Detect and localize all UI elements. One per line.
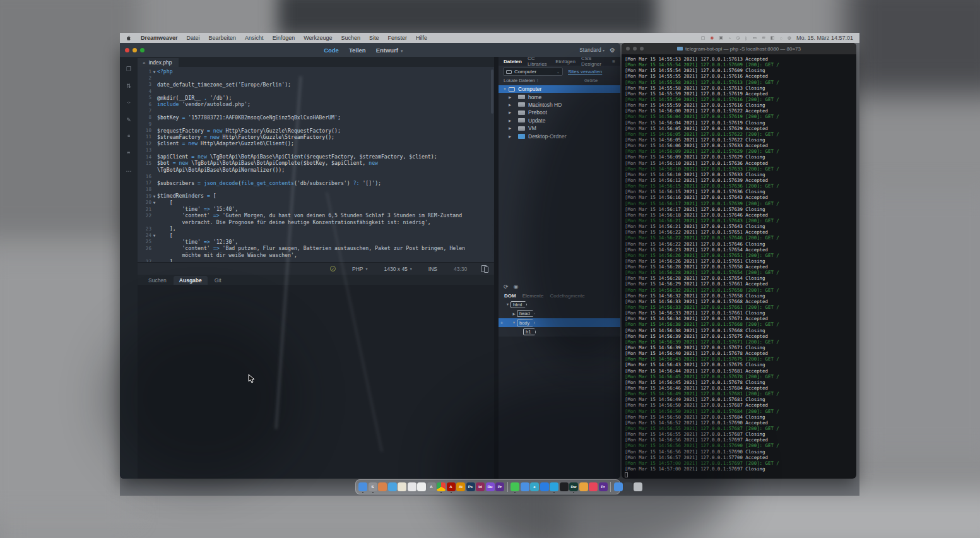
code-line-4[interactable]: 4 <box>138 88 494 94</box>
dock-icon-downloads[interactable] <box>614 482 623 491</box>
format-icon[interactable]: ✎ <box>126 117 131 123</box>
window-size-select[interactable]: 1430 x 45▾ <box>384 266 412 272</box>
bottom-tab-git[interactable]: Git <box>209 276 227 285</box>
code-line-6[interactable]: 6include 'vendor/autoload.php'; <box>138 101 494 107</box>
battery-icon[interactable]: ▭ <box>753 35 757 40</box>
code-line-17[interactable]: 17$subscribers = json_decode(file_get_co… <box>138 179 494 186</box>
camera-icon[interactable]: ▣ <box>719 35 723 40</box>
code-line-19[interactable]: 19▼$timedReminders = [ <box>138 193 494 199</box>
validate-icon[interactable]: ⁘ <box>126 100 131 106</box>
dock-icon-folder-apps[interactable] <box>579 482 588 491</box>
file-tree-item-vm[interactable]: ▶VM <box>499 124 620 132</box>
code-line-18[interactable]: 18 <box>138 186 494 193</box>
wifi-icon[interactable]: ≋ <box>762 35 765 40</box>
dock-icon-trash[interactable] <box>634 482 642 491</box>
bottom-tab-suchen[interactable]: Suchen <box>143 276 172 285</box>
timemachine-icon[interactable]: ◷ <box>736 35 740 40</box>
menu-item-einfügen[interactable]: Einfügen <box>273 35 295 41</box>
code-line-10[interactable]: 10$requestFactory = new Http\Factory\Guz… <box>138 127 494 133</box>
record-icon[interactable]: ◉ <box>710 35 714 40</box>
dom-node-html[interactable]: ▼html <box>499 300 620 309</box>
file-tree-item-home[interactable]: ▶home <box>499 93 620 100</box>
code-editor[interactable]: 1▼<?php23date_default_timezone_set('Euro… <box>138 67 494 262</box>
menu-item-bearbeiten[interactable]: Bearbeiten <box>209 35 237 41</box>
menu-item-ansicht[interactable]: Ansicht <box>245 35 264 41</box>
fold-marker-icon[interactable]: ▼ <box>151 200 157 205</box>
device-preview-icon[interactable] <box>481 265 487 272</box>
dock-icon-indesign[interactable]: Id <box>476 482 485 491</box>
display-icon[interactable]: ▢ <box>701 35 705 40</box>
code-line-2[interactable]: 2 <box>138 75 494 81</box>
manage-sites-link[interactable]: Sites verwalten <box>568 69 602 75</box>
fold-marker-icon[interactable]: ▼ <box>151 69 157 74</box>
code-line-27[interactable]: 27 ], <box>138 258 494 262</box>
dock-icon-whatsapp[interactable] <box>511 482 519 491</box>
dom-node-h1[interactable]: h1 <box>499 327 620 337</box>
column-local-files[interactable]: Lokale Dateien ↑ <box>504 78 539 85</box>
chevron-right-icon[interactable]: ▶ <box>507 134 512 138</box>
menu-item-suchen[interactable]: Suchen <box>341 35 361 41</box>
code-line-15[interactable]: 15$bot = new \TgBotApi\BotApiBase\BotApi… <box>138 160 494 166</box>
dock-icon-premiere[interactable]: Pr <box>495 482 504 491</box>
code-line-13[interactable]: 13 <box>138 147 494 153</box>
dock-icon-notes[interactable] <box>398 482 406 491</box>
terminal-titlebar[interactable]: telegram-bot-api — php -S localhost:8080… <box>622 43 856 54</box>
controlcenter-icon[interactable]: ◧ <box>770 35 775 40</box>
menu-item-fenster[interactable]: Fenster <box>388 35 408 41</box>
dock-icon-acrobat[interactable]: A <box>447 482 456 491</box>
libraries-icon[interactable]: ◉ <box>514 284 519 290</box>
site-select[interactable]: Computer ⌄ <box>503 68 563 76</box>
add-element-icon[interactable]: + <box>499 320 505 326</box>
dock-icon-rush[interactable]: Ru <box>486 482 495 491</box>
workspace-select[interactable]: Standard ▾ <box>579 47 605 53</box>
menu-item-site[interactable]: Site <box>369 35 379 41</box>
code-line-22[interactable]: 22 'content' => 'Guten Morgen, du hast v… <box>138 212 494 218</box>
chevron-right-icon[interactable]: ▶ <box>507 126 512 130</box>
chevron-right-icon[interactable]: ▶ <box>507 119 512 123</box>
siri-icon[interactable]: ◍ <box>788 35 791 40</box>
chevron-right-icon[interactable]: ▶ <box>507 103 512 107</box>
dock-icon-launchpad[interactable] <box>378 482 387 491</box>
zoom-button[interactable] <box>140 48 145 52</box>
fold-marker-icon[interactable]: ▼ <box>151 194 157 198</box>
dock-icon-app-store[interactable]: A <box>427 482 436 491</box>
chevron-right-icon[interactable]: ▶ <box>511 312 517 316</box>
code-line-21[interactable]: 21 'time' => '15:40', <box>138 206 494 212</box>
spotlight-icon[interactable]: ◌ <box>780 36 782 40</box>
code-line-wrap[interactable]: möchte mit dir weiße Wäsche waschen', <box>138 252 494 258</box>
menu-item-datei[interactable]: Datei <box>187 35 200 41</box>
code-line-9[interactable]: 9 <box>138 121 494 127</box>
code-line-7[interactable]: 7 <box>138 107 494 114</box>
tab-teilen[interactable]: Teilen <box>349 47 366 54</box>
dock-icon-music[interactable] <box>589 482 598 491</box>
dock-icon-premiere-2[interactable]: Pr <box>599 482 608 491</box>
code-line-wrap[interactable]: \TgBotApi\BotApiBase\BotApiNormalizer())… <box>138 167 494 173</box>
code-line-3[interactable]: 3date_default_timezone_set('Europe/Berli… <box>138 81 494 88</box>
scrollbar-thumb[interactable] <box>491 69 493 114</box>
dock-icon-telegram[interactable] <box>550 482 558 491</box>
apple-menu-icon[interactable] <box>126 35 131 41</box>
column-size[interactable]: Größe <box>584 78 598 85</box>
file-tree-item-update[interactable]: ▶Update <box>499 117 620 124</box>
file-icon[interactable]: ❐ <box>126 66 131 72</box>
file-tree-item-computer[interactable]: ▼Computer <box>499 85 620 93</box>
dock-icon-window-min[interactable] <box>623 482 632 491</box>
code-line-12[interactable]: 12$client = new Http\Adapter\Guzzle6\Cli… <box>138 140 494 146</box>
code-line-11[interactable]: 11$streamFactory = new Http\Factory\Guzz… <box>138 134 494 140</box>
chevron-right-icon[interactable]: ▶ <box>507 111 512 114</box>
file-tree-item-preboot[interactable]: ▶Preboot <box>499 109 620 116</box>
dock-icon-photoshop[interactable]: Ps <box>466 482 475 491</box>
dock-icon-photos[interactable] <box>388 482 397 491</box>
dock-icon-textedit[interactable] <box>408 482 416 491</box>
tab-code[interactable]: Code <box>324 47 339 54</box>
close-button[interactable] <box>125 48 129 52</box>
chevron-down-icon[interactable]: ▼ <box>505 302 511 306</box>
code-line-20[interactable]: 20▼ [ <box>138 200 494 206</box>
dom-tab-codefragmente[interactable]: Codefragmente <box>550 293 584 299</box>
dock-icon-edge[interactable]: e <box>530 482 539 491</box>
dock-icon-app-dark[interactable] <box>560 482 569 491</box>
file-tree-item-desktop-ordner[interactable]: ▶Desktop-Ordner <box>499 132 620 140</box>
close-button[interactable] <box>626 47 630 51</box>
hamburger-icon[interactable]: ≡ <box>612 59 615 64</box>
code-line-23[interactable]: 23 ], <box>138 225 494 232</box>
